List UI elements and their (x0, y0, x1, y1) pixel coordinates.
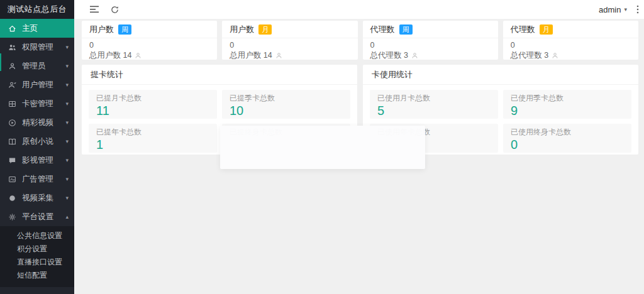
sidebar-item-card-keys[interactable]: 卡密管理 ▾ (0, 94, 74, 113)
sidebar-item-label: 主页 (22, 23, 38, 34)
stat-box-label: 已提月卡总数 (96, 93, 209, 103)
stat-cards-row: 用户数 周 0 总用户数 14 用户数 月 0 总用户数 14 (82, 21, 638, 60)
chevron-down-icon: ▾ (65, 63, 69, 69)
period-badge: 月 (258, 24, 272, 35)
floating-popup (220, 126, 425, 169)
stat-card-header: 代理数 月 (503, 21, 638, 38)
stat-box-value: 0 (511, 137, 624, 153)
sidebar-item-movies[interactable]: 影视管理 ▾ (0, 151, 74, 170)
stat-card-title: 用户数 (230, 24, 254, 35)
collect-icon (8, 194, 17, 202)
user-menu[interactable]: admin ▾ (599, 5, 627, 14)
sidebar-item-label: 平台设置 (22, 212, 53, 222)
sidebar-item-label: 用户管理 (22, 80, 53, 90)
stat-card-total: 总代理数 3 (370, 50, 408, 60)
submenu-item-sms[interactable]: 短信配置 (0, 269, 74, 282)
stat-box-label: 已使用月卡总数 (377, 93, 491, 103)
stat-box-value: 9 (511, 103, 624, 119)
book-icon (8, 138, 17, 146)
submenu-item-public-info[interactable]: 公共信息设置 (0, 229, 74, 242)
stat-card-users-week: 用户数 周 0 总用户数 14 (82, 21, 217, 60)
stat-box-label: 已使用终身卡总数 (511, 127, 624, 137)
person-icon (552, 52, 558, 59)
chevron-down-icon: ▾ (65, 44, 69, 50)
chevron-down-icon: ▾ (65, 195, 69, 201)
more-vertical-icon[interactable] (636, 5, 639, 14)
sidebar-item-label: 广告管理 (22, 174, 53, 185)
sidebar-item-permissions[interactable]: 权限管理 ▾ (0, 38, 74, 57)
stat-card-users-month: 用户数 月 0 总用户数 14 (222, 21, 357, 60)
stat-box-value: 1 (96, 137, 209, 153)
sidebar-item-platform-settings[interactable]: 平台设置 ▴ (0, 207, 74, 226)
sidebar: 测试站点总后台 主页 权限管理 ▾ 管理员 ▾ 用户管理 ▾ 卡密管理 ▾ (0, 0, 74, 294)
sidebar-item-label: 精彩视频 (22, 117, 53, 128)
stat-card-total: 总用户数 14 (230, 50, 272, 60)
stat-box-value: 10 (230, 103, 343, 119)
stat-card-title: 代理数 (511, 24, 535, 35)
card-icon (8, 100, 17, 108)
stat-box-value: 5 (377, 103, 491, 119)
sidebar-item-admin[interactable]: 管理员 ▾ (0, 57, 74, 75)
period-badge: 周 (118, 24, 131, 35)
sidebar-item-label: 视频采集 (22, 193, 53, 204)
sidebar-scrollbar-thumb[interactable] (0, 53, 1, 71)
collapse-menu-icon[interactable] (87, 2, 102, 17)
period-badge: 周 (399, 24, 413, 35)
stat-card-agents-month: 代理数 月 0 总代理数 3 (503, 21, 638, 60)
username: admin (599, 5, 621, 14)
chevron-down-icon: ▾ (65, 157, 69, 163)
sidebar-item-videos[interactable]: 精彩视频 ▾ (0, 113, 74, 132)
refresh-icon[interactable] (107, 2, 122, 17)
panel-title: 提卡统计 (82, 65, 357, 85)
sidebar-item-label: 卡密管理 (22, 99, 53, 109)
chevron-down-icon: ▾ (65, 82, 69, 88)
stat-card-value: 0 (511, 40, 631, 50)
platform-settings-submenu: 公共信息设置 积分设置 直播接口设置 短信配置 (0, 226, 74, 287)
chevron-down-icon: ▾ (65, 101, 69, 107)
stat-box-year-cards: 已提年卡总数 1 (89, 124, 217, 153)
app-title: 测试站点总后台 (0, 0, 74, 19)
ad-icon (8, 175, 17, 183)
submenu-item-points[interactable]: 积分设置 (0, 242, 74, 256)
stat-card-header: 用户数 月 (222, 21, 357, 38)
video-play-icon (8, 119, 17, 127)
stat-card-value: 0 (89, 40, 209, 50)
topbar: admin ▾ (74, 0, 644, 19)
users-icon (8, 43, 17, 52)
sidebar-item-user-manage[interactable]: 用户管理 ▾ (0, 75, 74, 94)
person-icon (275, 52, 282, 59)
panel-title: 卡使用统计 (363, 65, 638, 85)
stat-box-used-month-cards: 已使用月卡总数 5 (370, 90, 498, 119)
stat-box-label: 已使用季卡总数 (511, 93, 624, 103)
stat-card-title: 用户数 (89, 24, 114, 35)
gear-icon (8, 213, 17, 221)
stat-box-label: 已提季卡总数 (230, 93, 343, 103)
person-icon (411, 52, 418, 59)
stat-card-header: 代理数 周 (363, 21, 498, 38)
sidebar-item-label: 原创小说 (22, 136, 53, 147)
stat-box-quarter-cards: 已提季卡总数 10 (222, 90, 350, 119)
stat-box-value: 11 (96, 103, 209, 119)
film-icon (8, 156, 17, 165)
user-group-icon (8, 81, 17, 89)
stat-card-value: 0 (370, 40, 491, 50)
caret-down-icon: ▾ (624, 6, 627, 13)
stat-card-total: 总代理数 3 (511, 50, 548, 60)
sidebar-item-label: 权限管理 (22, 42, 53, 53)
stat-box-label: 已提年卡总数 (96, 127, 209, 137)
submenu-item-live-api[interactable]: 直播接口设置 (0, 256, 74, 269)
stat-card-agents-week: 代理数 周 0 总代理数 3 (363, 21, 498, 60)
stat-box-used-quarter-cards: 已使用季卡总数 9 (503, 90, 631, 119)
chevron-up-icon: ▴ (65, 214, 69, 220)
stat-box-month-cards: 已提月卡总数 11 (89, 90, 217, 119)
sidebar-item-ads[interactable]: 广告管理 ▾ (0, 170, 74, 188)
user-icon (8, 62, 17, 70)
sidebar-item-video-collect[interactable]: 视频采集 ▾ (0, 188, 74, 207)
stat-card-value: 0 (230, 40, 350, 50)
sidebar-item-home[interactable]: 主页 (0, 19, 74, 38)
chevron-down-icon: ▾ (65, 138, 69, 144)
sidebar-item-novels[interactable]: 原创小说 ▾ (0, 132, 74, 151)
stat-box-used-lifetime-cards: 已使用终身卡总数 0 (503, 124, 631, 153)
sidebar-item-label: 管理员 (22, 61, 46, 72)
chevron-down-icon: ▾ (65, 176, 69, 182)
